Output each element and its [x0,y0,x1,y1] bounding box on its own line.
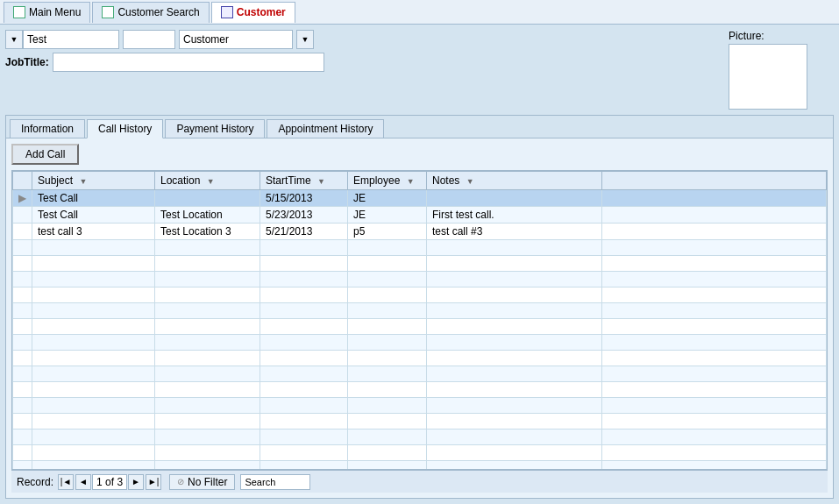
cell-location [155,190,260,207]
prefix-dropdown[interactable]: ▼ [5,30,23,49]
location-sort-icon: ▼ [207,177,215,186]
customer-search-icon [102,6,114,18]
tab-content-call-history: Add Call Subject ▼ Location [6,138,833,498]
nav-first-button[interactable]: |◄ [58,474,74,490]
jobtitle-label: JobTitle: [5,56,49,68]
cell-notes: test call #3 [427,224,602,240]
picture-box [729,44,807,110]
col-header-notes[interactable]: Notes ▼ [427,172,602,190]
nav-next-button[interactable]: ► [128,474,144,490]
cell-notes [427,190,602,207]
row-indicator: ▶ [13,190,32,207]
form-top: ▼ ▼ JobTitle: Picture: [5,30,834,110]
empty-row [13,256,827,272]
main-area: ▼ ▼ JobTitle: Picture: Information [0,25,839,504]
inner-tabs: Information Call History Payment History… [6,116,833,138]
cell-subject: Test Call [32,207,155,224]
tab-payment-history[interactable]: Payment History [165,119,265,138]
jobtitle-input[interactable] [53,53,324,72]
tab-main-menu[interactable]: Main Menu [4,2,90,23]
cell-extra [602,190,827,207]
cell-notes: First test call. [427,207,602,224]
main-menu-icon [13,6,25,18]
cell-employee: p5 [348,224,427,240]
cell-subject: test call 3 [32,224,155,240]
empty-row [13,240,827,256]
last-name-input[interactable] [179,30,293,49]
row-indicator [13,207,32,224]
row-indicator [13,224,32,240]
jobtitle-row: JobTitle: [5,53,720,72]
cell-location: Test Location [155,207,260,224]
tab-main-menu-label: Main Menu [29,6,81,18]
empty-row [13,335,827,351]
tab-customer[interactable]: Customer [211,2,295,23]
middle-name-input[interactable] [123,30,175,49]
tab-customer-search[interactable]: Customer Search [92,2,209,23]
nav-last-button[interactable]: ►| [146,474,161,490]
cell-starttime: 5/15/2013 [260,190,348,207]
empty-row [13,303,827,319]
cell-extra [602,224,827,240]
cell-starttime: 5/21/2013 [260,224,348,240]
call-history-table: Subject ▼ Location ▼ StartTime ▼ [12,171,827,470]
col-header-employee[interactable]: Employee ▼ [348,172,427,190]
col-header-starttime[interactable]: StartTime ▼ [260,172,348,190]
nav-count: 1 of 3 [92,474,127,490]
table-row[interactable]: ▶ Test Call 5/15/2013 JE [13,190,827,207]
suffix-dropdown[interactable]: ▼ [296,30,314,49]
table-row[interactable]: test call 3 Test Location 3 5/21/2013 p5… [13,224,827,240]
col-header-extra [602,172,827,190]
empty-row [13,366,827,382]
empty-row [13,429,827,445]
search-input[interactable] [240,474,310,490]
empty-row [13,445,827,461]
cell-starttime: 5/23/2013 [260,207,348,224]
picture-area: Picture: [729,30,834,110]
table-row[interactable]: Test Call Test Location 5/23/2013 JE Fir… [13,207,827,224]
cell-location: Test Location 3 [155,224,260,240]
title-bar: Main Menu Customer Search Customer [0,0,839,25]
empty-row [13,351,827,366]
tab-call-history[interactable]: Call History [87,119,163,138]
add-call-button[interactable]: Add Call [11,144,79,165]
tab-information[interactable]: Information [10,119,85,138]
content-box: Information Call History Payment History… [5,115,834,499]
starttime-sort-icon: ▼ [317,177,325,186]
first-name-input[interactable] [23,30,119,49]
empty-row [13,287,827,303]
call-history-table-wrapper: Subject ▼ Location ▼ StartTime ▼ [11,170,828,470]
record-label: Record: [17,476,53,488]
cell-employee: JE [348,207,427,224]
employee-sort-icon: ▼ [407,177,415,186]
cell-employee: JE [348,190,427,207]
no-filter-label: No Filter [188,476,227,488]
empty-row [13,398,827,414]
empty-row [13,272,827,287]
col-header-location[interactable]: Location ▼ [155,172,260,190]
form-fields: ▼ ▼ JobTitle: [5,30,720,75]
picture-label: Picture: [729,30,764,42]
name-row: ▼ ▼ [5,30,720,49]
empty-row [13,414,827,429]
empty-row [13,461,827,471]
subject-sort-icon: ▼ [79,177,87,186]
nav-prev-button[interactable]: ◄ [75,474,91,490]
customer-icon [221,6,233,18]
filter-icon: ⊘ [177,477,184,486]
col-header-check [13,172,32,190]
tab-customer-search-label: Customer Search [117,6,199,18]
no-filter-button[interactable]: ⊘ No Filter [169,474,235,490]
notes-sort-icon: ▼ [466,177,474,186]
col-header-subject[interactable]: Subject ▼ [32,172,155,190]
empty-row [13,319,827,335]
tab-appointment-history[interactable]: Appointment History [267,119,384,138]
navigator-bar: Record: |◄ ◄ 1 of 3 ► ►| ⊘ No Filter [11,470,828,493]
tab-customer-label: Customer [237,6,286,18]
empty-row [13,382,827,398]
cell-extra [602,207,827,224]
cell-subject: Test Call [32,190,155,207]
